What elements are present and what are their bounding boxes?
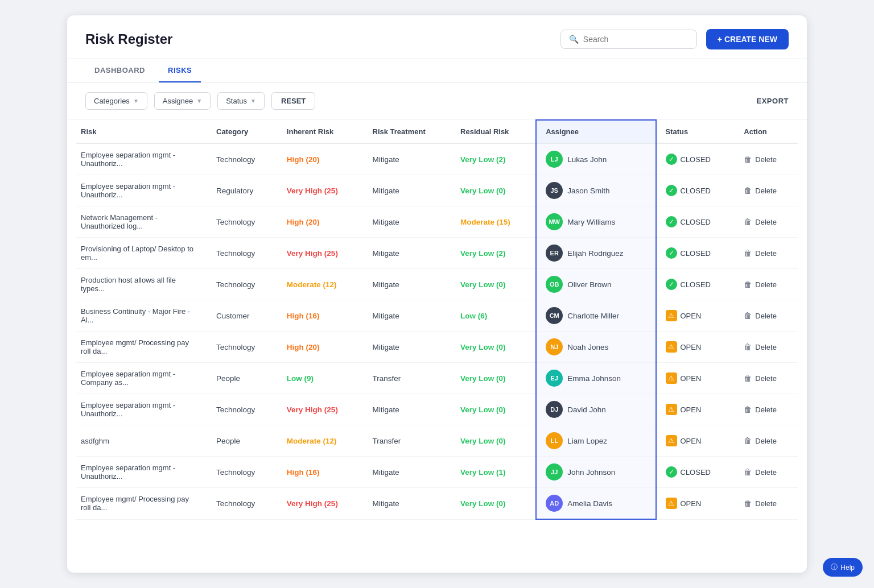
status-badge: CLOSED	[681, 280, 711, 289]
table-row: Employee mgmt/ Processing pay roll da...…	[76, 332, 798, 363]
delete-action[interactable]: 🗑 Delete	[744, 499, 789, 508]
delete-action[interactable]: 🗑 Delete	[744, 405, 789, 414]
open-icon: ⚠	[666, 404, 677, 415]
cell-action[interactable]: 🗑 Delete	[735, 488, 798, 520]
cell-status: ✓ CLOSED	[656, 143, 735, 175]
cell-risk-treatment: Mitigate	[364, 488, 452, 520]
delete-label[interactable]: Delete	[755, 405, 777, 414]
delete-label[interactable]: Delete	[755, 155, 777, 164]
assignee-filter[interactable]: Assignee ▼	[154, 92, 211, 110]
header-right: 🔍 + CREATE NEW	[560, 29, 789, 49]
delete-label[interactable]: Delete	[755, 374, 777, 383]
assignee-cell: CM Charlotte Miller	[546, 307, 646, 324]
cell-action[interactable]: 🗑 Delete	[735, 425, 798, 457]
cell-inherent-risk: Moderate (12)	[278, 425, 364, 457]
cell-status: ⚠ OPEN	[656, 425, 735, 457]
cell-action[interactable]: 🗑 Delete	[735, 238, 798, 269]
risk-table: Risk Category Inherent Risk Risk Treatme…	[76, 119, 798, 520]
delete-label[interactable]: Delete	[755, 187, 777, 195]
closed-icon: ✓	[666, 279, 677, 290]
cell-risk-treatment: Mitigate	[364, 143, 452, 175]
status-cell: ✓ CLOSED	[666, 154, 726, 165]
cell-action[interactable]: 🗑 Delete	[735, 206, 798, 238]
status-cell: ⚠ OPEN	[666, 372, 726, 384]
col-inherent-risk: Inherent Risk	[278, 120, 364, 143]
delete-action[interactable]: 🗑 Delete	[744, 186, 789, 195]
tabs-bar: DASHBOARD RISKS	[67, 59, 807, 83]
cell-action[interactable]: 🗑 Delete	[735, 457, 798, 488]
header: Risk Register 🔍 + CREATE NEW	[67, 15, 807, 59]
delete-action[interactable]: 🗑 Delete	[744, 155, 789, 164]
cell-status: ✓ CLOSED	[656, 175, 735, 206]
tab-risks[interactable]: RISKS	[159, 59, 201, 82]
delete-label[interactable]: Delete	[755, 218, 777, 226]
delete-action[interactable]: 🗑 Delete	[744, 436, 789, 445]
delete-label[interactable]: Delete	[755, 468, 777, 477]
col-category: Category	[207, 120, 278, 143]
cell-risk-treatment: Transfer	[364, 425, 452, 457]
assignee-name: Jason Smith	[567, 187, 609, 195]
status-badge: CLOSED	[681, 187, 711, 195]
delete-label[interactable]: Delete	[755, 249, 777, 258]
reset-button[interactable]: RESET	[271, 92, 315, 110]
cell-action[interactable]: 🗑 Delete	[735, 300, 798, 332]
help-button[interactable]: ⓘ Help	[823, 558, 863, 577]
cell-assignee: EJ Emma Johnson	[536, 363, 656, 394]
delete-label[interactable]: Delete	[755, 499, 777, 508]
delete-label[interactable]: Delete	[755, 280, 777, 289]
cell-action[interactable]: 🗑 Delete	[735, 394, 798, 425]
avatar: EJ	[546, 370, 563, 387]
cell-category: Technology	[207, 206, 278, 238]
cell-risk: asdfghm	[76, 425, 207, 457]
delete-action[interactable]: 🗑 Delete	[744, 374, 789, 383]
cell-action[interactable]: 🗑 Delete	[735, 363, 798, 394]
export-button[interactable]: EXPORT	[757, 97, 789, 105]
delete-action[interactable]: 🗑 Delete	[744, 217, 789, 226]
status-filter[interactable]: Status ▼	[217, 92, 265, 110]
delete-action[interactable]: 🗑 Delete	[744, 311, 789, 320]
avatar: CM	[546, 307, 563, 324]
assignee-name: John Johnson	[567, 468, 615, 477]
cell-status: ✓ CLOSED	[656, 457, 735, 488]
search-input[interactable]	[583, 35, 689, 44]
cell-status: ⚠ OPEN	[656, 332, 735, 363]
trash-icon: 🗑	[744, 467, 752, 477]
cell-risk-treatment: Mitigate	[364, 332, 452, 363]
cell-risk-treatment: Mitigate	[364, 206, 452, 238]
chevron-down-icon: ▼	[250, 98, 256, 104]
delete-label[interactable]: Delete	[755, 343, 777, 351]
delete-action[interactable]: 🗑 Delete	[744, 467, 789, 477]
cell-category: Technology	[207, 394, 278, 425]
delete-label[interactable]: Delete	[755, 312, 777, 320]
delete-action[interactable]: 🗑 Delete	[744, 249, 789, 258]
cell-action[interactable]: 🗑 Delete	[735, 143, 798, 175]
assignee-name: Mary Williams	[567, 218, 615, 226]
cell-category: Technology	[207, 332, 278, 363]
cell-action[interactable]: 🗑 Delete	[735, 175, 798, 206]
delete-label[interactable]: Delete	[755, 437, 777, 445]
table-row: Employee separation mgmt - Unauthoriz...…	[76, 143, 798, 175]
status-cell: ✓ CLOSED	[666, 185, 726, 196]
cell-status: ⚠ OPEN	[656, 300, 735, 332]
cell-risk-treatment: Transfer	[364, 363, 452, 394]
table-container: Risk Category Inherent Risk Risk Treatme…	[67, 119, 807, 520]
cell-status: ⚠ OPEN	[656, 488, 735, 520]
create-new-button[interactable]: + CREATE NEW	[706, 29, 789, 49]
delete-action[interactable]: 🗑 Delete	[744, 280, 789, 289]
cell-assignee: CM Charlotte Miller	[536, 300, 656, 332]
cell-risk: Production host allows all file types...	[76, 269, 207, 300]
search-box[interactable]: 🔍	[560, 30, 697, 49]
categories-filter[interactable]: Categories ▼	[85, 92, 147, 110]
cell-risk-treatment: Mitigate	[364, 175, 452, 206]
cell-inherent-risk: High (20)	[278, 206, 364, 238]
cell-action[interactable]: 🗑 Delete	[735, 269, 798, 300]
col-residual-risk: Residual Risk	[451, 120, 536, 143]
delete-action[interactable]: 🗑 Delete	[744, 342, 789, 351]
status-badge: CLOSED	[681, 249, 711, 258]
tab-dashboard[interactable]: DASHBOARD	[85, 59, 154, 82]
cell-action[interactable]: 🗑 Delete	[735, 332, 798, 363]
status-cell: ⚠ OPEN	[666, 341, 726, 353]
assignee-cell: DJ David John	[546, 401, 646, 418]
cell-assignee: DJ David John	[536, 394, 656, 425]
status-badge: CLOSED	[681, 468, 711, 477]
